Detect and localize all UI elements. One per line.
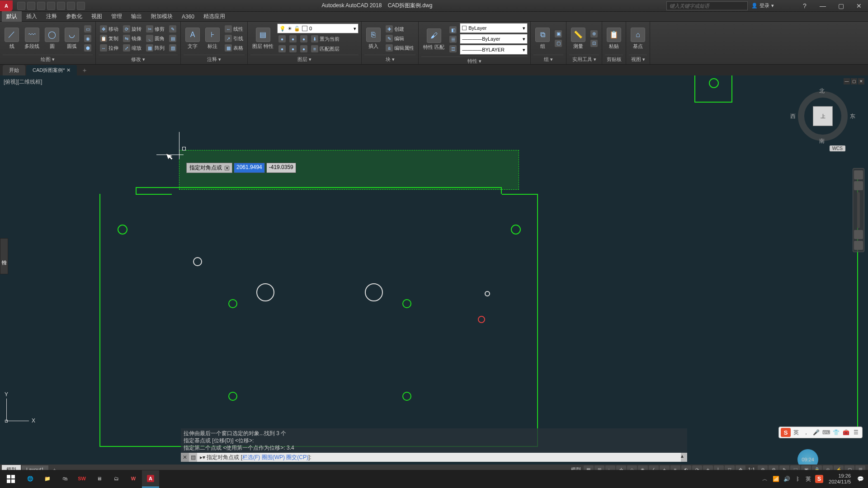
nav-wheel-icon[interactable] bbox=[854, 170, 863, 179]
ime-punct-icon[interactable]: ， bbox=[802, 428, 811, 437]
nav-zoom-slider[interactable] bbox=[857, 192, 860, 228]
tab-add-button[interactable]: ＋ bbox=[78, 66, 91, 75]
draw-misc-3[interactable]: ⬢ bbox=[83, 43, 93, 52]
panel-view-label[interactable]: 视图 ▾ bbox=[629, 55, 647, 63]
ime-keyboard-icon[interactable]: ⌨ bbox=[821, 428, 830, 437]
props-tool-1[interactable]: ◧ bbox=[448, 25, 458, 34]
cmdline-grip[interactable]: ▴ bbox=[681, 453, 687, 462]
qat-redo-icon[interactable] bbox=[77, 2, 85, 10]
lineweight-dropdown[interactable]: ———— BYLAYER▾ bbox=[460, 45, 528, 55]
panel-annotation-label[interactable]: 注释 ▾ bbox=[184, 55, 245, 63]
tab-insert[interactable]: 插入 bbox=[22, 11, 42, 22]
panel-group-label[interactable]: 组 ▾ bbox=[533, 55, 563, 63]
tab-addins[interactable]: 附加模块 bbox=[146, 11, 177, 22]
insert-block-button[interactable]: ⎘插入 bbox=[364, 27, 382, 51]
start-button[interactable] bbox=[0, 470, 22, 488]
tray-chevron-icon[interactable]: ︿ bbox=[761, 475, 769, 483]
window-maximize-button[interactable]: ▢ bbox=[832, 0, 850, 11]
qat-save-icon[interactable] bbox=[37, 2, 45, 10]
copy-button[interactable]: 📋复制 bbox=[99, 34, 120, 43]
taskbar-app-icon[interactable]: 🖥 bbox=[90, 470, 108, 488]
polyline-button[interactable]: 〰多段线 bbox=[23, 27, 41, 51]
ime-lang-button[interactable]: 英 bbox=[792, 428, 801, 437]
drawing-viewport[interactable]: [俯视][二维线框] — ▢ ✕ 特性 bbox=[0, 75, 868, 462]
edit-attr-button[interactable]: a编辑属性 bbox=[384, 43, 415, 52]
tab-default[interactable]: 默认 bbox=[2, 11, 22, 22]
taskbar-solidworks-icon[interactable]: SW bbox=[73, 470, 90, 488]
taskbar-mail-icon[interactable]: 🗂 bbox=[108, 470, 125, 488]
ime-toolbar[interactable]: S 英 ， 🎤 ⌨ 👕 🧰 ☰ bbox=[778, 427, 863, 438]
create-block-button[interactable]: ✚创建 bbox=[384, 24, 415, 33]
nav-orbit-icon[interactable] bbox=[854, 230, 863, 239]
rotate-button[interactable]: ⟳旋转 bbox=[122, 24, 143, 33]
ime-toolbox-icon[interactable]: 🧰 bbox=[841, 428, 850, 437]
cmdline-text[interactable]: ▸▾ 指定对角点或 [栏选(F) 圈围(WP) 圈交(CP)]: bbox=[197, 454, 681, 461]
panel-block-label[interactable]: 块 ▾ bbox=[364, 55, 415, 63]
login-button[interactable]: 登录 ▾ bbox=[748, 2, 778, 9]
tab-current-file[interactable]: CAD拆图案例* ✕ bbox=[26, 65, 77, 75]
ime-voice-icon[interactable]: 🎤 bbox=[811, 428, 821, 437]
util-tool-2[interactable]: ⊡ bbox=[589, 39, 599, 48]
tray-sogou-icon[interactable]: S bbox=[815, 475, 823, 483]
tray-volume-icon[interactable]: 🔊 bbox=[783, 475, 791, 483]
cmdline-menu-button[interactable]: ▤ bbox=[189, 453, 197, 462]
layer-tool-2[interactable]: ● bbox=[288, 34, 298, 43]
tab-view[interactable]: 视图 bbox=[87, 11, 107, 22]
modify-misc-1[interactable]: ✎ bbox=[168, 24, 178, 33]
command-line[interactable]: ✕ ▤ ▸▾ 指定对角点或 [栏选(F) 圈围(WP) 圈交(CP)]: ▴ bbox=[181, 453, 687, 462]
taskbar-wps-icon[interactable]: W bbox=[125, 470, 142, 488]
qat-plot-icon[interactable] bbox=[57, 2, 65, 10]
dimension-button[interactable]: ⊦标注 bbox=[203, 27, 222, 51]
modify-misc-2[interactable]: ▤ bbox=[168, 34, 178, 43]
taskbar-autocad-icon[interactable]: A bbox=[142, 470, 159, 488]
taskbar-store-icon[interactable]: 🛍 bbox=[56, 470, 73, 488]
tab-featured[interactable]: 精选应用 bbox=[199, 11, 230, 22]
viewcube[interactable]: 上 北 南 东 西 bbox=[796, 89, 850, 143]
color-dropdown[interactable]: ByLayer▾ bbox=[460, 23, 528, 33]
linetype-dropdown[interactable]: ———— ByLayer▾ bbox=[460, 34, 528, 44]
tab-annotate[interactable]: 注释 bbox=[42, 11, 61, 22]
mirror-button[interactable]: ⇋镜像 bbox=[122, 34, 143, 43]
group-tool-1[interactable]: ▣ bbox=[553, 29, 563, 38]
tray-notifications-icon[interactable]: 💬 bbox=[856, 475, 864, 483]
viewcube-north[interactable]: 北 bbox=[819, 87, 825, 95]
cmdline-close-button[interactable]: ✕ bbox=[181, 453, 189, 462]
util-tool-1[interactable]: ⊕ bbox=[589, 29, 599, 38]
layer-tool-3[interactable]: ● bbox=[299, 34, 309, 43]
viewcube-west[interactable]: 西 bbox=[790, 113, 796, 120]
nav-pan-icon[interactable] bbox=[854, 181, 863, 190]
measure-button[interactable]: 📏测量 bbox=[569, 27, 587, 51]
wcs-badge[interactable]: WCS bbox=[830, 145, 845, 151]
taskbar-edge-icon[interactable]: 🌐 bbox=[22, 470, 39, 488]
arc-button[interactable]: ◡圆弧 bbox=[63, 27, 81, 51]
tray-wifi-icon[interactable]: 📶 bbox=[772, 475, 780, 483]
qat-undo-icon[interactable] bbox=[67, 2, 75, 10]
viewcube-south[interactable]: 南 bbox=[819, 137, 825, 145]
panel-utilities-label[interactable]: 实用工具 ▾ bbox=[569, 55, 599, 63]
basepoint-button[interactable]: ⌂基点 bbox=[629, 27, 647, 51]
panel-properties-label[interactable]: 特性 ▾ bbox=[421, 56, 528, 65]
app-logo[interactable]: A bbox=[0, 0, 13, 11]
circle-button[interactable]: ◯圆 bbox=[43, 27, 61, 51]
tray-bluetooth-icon[interactable]: ᛒ bbox=[793, 475, 802, 483]
props-tool-3[interactable]: ☲ bbox=[448, 44, 458, 53]
fillet-button[interactable]: ◟圆角 bbox=[145, 34, 166, 43]
layer-tool-6[interactable]: ● bbox=[299, 44, 309, 53]
group-button[interactable]: ⧉组 bbox=[533, 27, 552, 51]
tab-output[interactable]: 输出 bbox=[127, 11, 146, 22]
qat-new-icon[interactable] bbox=[17, 2, 25, 10]
help-search-input[interactable] bbox=[666, 1, 748, 10]
tab-parametric[interactable]: 参数化 bbox=[61, 11, 87, 22]
draw-misc-2[interactable]: ◉ bbox=[83, 34, 93, 43]
dyn-dropdown-icon[interactable]: ▾ bbox=[225, 166, 229, 170]
layer-tool-4[interactable]: ● bbox=[277, 44, 287, 53]
sogou-logo-icon[interactable]: S bbox=[781, 428, 791, 437]
modify-misc-3[interactable]: ▧ bbox=[168, 43, 178, 52]
layer-tool-5[interactable]: ● bbox=[288, 44, 298, 53]
draw-misc-1[interactable]: ▭ bbox=[83, 24, 93, 33]
taskbar-explorer-icon[interactable]: 📁 bbox=[39, 470, 56, 488]
move-button[interactable]: ✥移动 bbox=[99, 24, 120, 33]
qat-open-icon[interactable] bbox=[27, 2, 35, 10]
dyn-x-field[interactable]: 2061.9494 bbox=[234, 163, 265, 173]
leader-button[interactable]: ↗引线 bbox=[223, 34, 245, 43]
